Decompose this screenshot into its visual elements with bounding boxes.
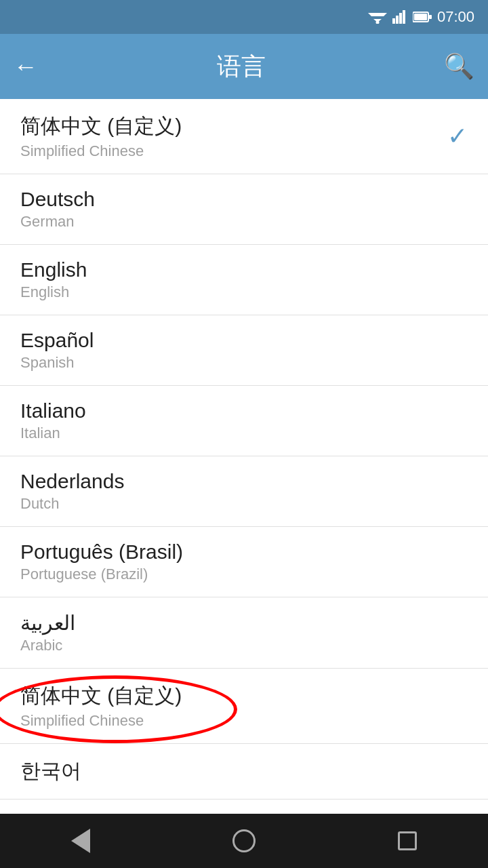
- language-item-italiano[interactable]: ItalianoItalian: [0, 386, 488, 456]
- status-time: 07:00: [437, 8, 474, 26]
- language-name-deutsch: Deutsch: [20, 188, 95, 211]
- language-item-espanol[interactable]: EspañolSpanish: [0, 315, 488, 386]
- language-name-arabic: العربية: [20, 611, 75, 635]
- svg-rect-4: [392, 18, 395, 24]
- status-bar: 07:00: [0, 0, 488, 34]
- language-subtitle-deutsch: German: [20, 213, 95, 231]
- language-name-espanol: Español: [20, 329, 94, 352]
- check-mark-icon: ✓: [447, 122, 468, 151]
- back-button[interactable]: [71, 829, 90, 853]
- language-item-english[interactable]: EnglishEnglish: [0, 245, 488, 315]
- svg-rect-9: [414, 14, 427, 20]
- language-item-nederlands[interactable]: NederlandsDutch: [0, 456, 488, 527]
- language-item-simplified-chinese-2[interactable]: 简体中文 (自定义)Simplified Chinese: [0, 669, 488, 744]
- search-icon[interactable]: 🔍: [444, 52, 474, 81]
- app-bar: ← 语言 🔍: [0, 34, 488, 99]
- language-name-simplified-chinese-1: 简体中文 (自定义): [20, 113, 182, 140]
- language-item-portuguese-brasil[interactable]: Português (Brasil)Portuguese (Brazil): [0, 527, 488, 597]
- language-name-nederlands: Nederlands: [20, 470, 124, 493]
- language-subtitle-nederlands: Dutch: [20, 495, 124, 513]
- language-subtitle-simplified-chinese-2: Simplified Chinese: [20, 712, 182, 730]
- language-name-portuguese-brasil: Português (Brasil): [20, 540, 183, 564]
- app-bar-title: 语言: [52, 50, 430, 83]
- language-name-italiano: Italiano: [20, 399, 86, 422]
- language-subtitle-italiano: Italian: [20, 425, 86, 442]
- language-subtitle-arabic: Arabic: [20, 637, 75, 654]
- language-subtitle-simplified-chinese-1: Simplified Chinese: [20, 142, 182, 160]
- battery-icon: [413, 11, 432, 23]
- language-item-korean[interactable]: 한국어: [0, 744, 488, 800]
- language-item-deutsch[interactable]: DeutschGerman: [0, 174, 488, 245]
- recent-button[interactable]: [398, 831, 417, 850]
- language-name-simplified-chinese-2: 简体中文 (自定义): [20, 682, 182, 710]
- svg-rect-10: [429, 15, 432, 19]
- svg-rect-7: [403, 10, 405, 24]
- language-name-korean: 한국어: [20, 757, 81, 785]
- bottom-nav: [0, 814, 488, 868]
- language-item-arabic[interactable]: العربيةArabic: [0, 597, 488, 669]
- language-subtitle-portuguese-brasil: Portuguese (Brazil): [20, 566, 183, 583]
- language-subtitle-english: English: [20, 283, 87, 301]
- language-name-english: English: [20, 258, 87, 281]
- status-icons: 07:00: [368, 8, 474, 26]
- home-button[interactable]: [232, 829, 256, 852]
- language-subtitle-espanol: Spanish: [20, 354, 94, 372]
- signal-icon: [392, 10, 407, 24]
- language-list: 简体中文 (自定义)Simplified Chinese✓DeutschGerm…: [0, 99, 488, 814]
- back-icon[interactable]: ←: [14, 54, 38, 79]
- wifi-icon: [368, 10, 387, 24]
- svg-rect-5: [396, 16, 399, 24]
- svg-rect-6: [399, 13, 402, 24]
- language-item-simplified-chinese-1[interactable]: 简体中文 (自定义)Simplified Chinese✓: [0, 99, 488, 174]
